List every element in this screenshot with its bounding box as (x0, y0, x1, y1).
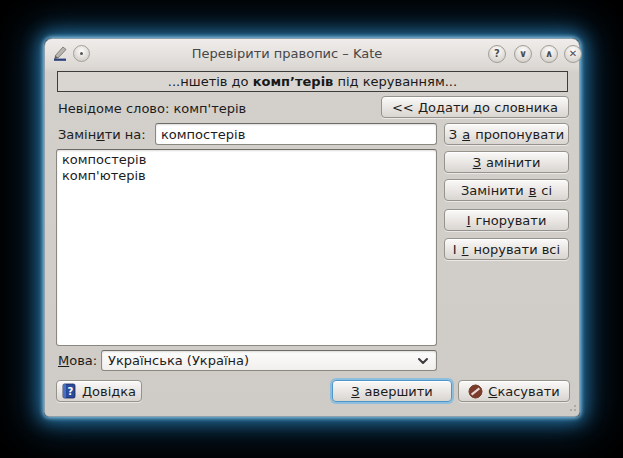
chevron-down-icon: ∨ (519, 49, 527, 59)
list-item[interactable]: компостерів (57, 152, 436, 168)
titlebar: Перевірити правопис – Kate ? ∨ ∧ ✕ (45, 39, 579, 69)
help-icon: ? (494, 49, 500, 59)
svg-text:?: ? (67, 386, 73, 397)
help-book-icon: ? (62, 383, 77, 399)
language-select[interactable]: Українська (Україна) (101, 350, 437, 371)
help-button-label: Довідка (82, 384, 136, 399)
ignore-all-button[interactable]: Ігнорувати всі (444, 238, 569, 260)
replace-with-label: Замінити на: (58, 127, 146, 142)
context-banner: ...ншетів до комп’терів під керуванням..… (57, 71, 568, 92)
language-value: Українська (Україна) (108, 353, 416, 368)
add-to-dictionary-button[interactable]: << Додати до словника (381, 96, 569, 118)
unknown-word-caption: Невідоме слово: (58, 101, 169, 116)
suggestions-list[interactable]: компостерів комп'ютерів (56, 149, 437, 346)
window-title: Перевірити правопис – Kate (105, 46, 469, 61)
resize-grip[interactable] (568, 405, 576, 413)
unknown-word-label: Невідоме слово: комп'терів (58, 101, 246, 116)
pin-button[interactable] (73, 45, 90, 62)
context-after: під керуванням... (333, 74, 457, 89)
chevron-up-icon: ∧ (545, 49, 553, 59)
misspelled-word: комп’терів (253, 74, 334, 89)
unknown-word-value: комп'терів (173, 101, 246, 116)
chevron-down-icon (416, 356, 430, 366)
finish-button[interactable]: Завершити (332, 380, 452, 402)
replacement-input[interactable] (155, 123, 437, 145)
replace-all-button[interactable]: Замінити всі (444, 179, 569, 201)
list-item[interactable]: комп'ютерів (57, 168, 436, 184)
minimize-button[interactable]: ∨ (514, 45, 532, 63)
context-before: ...ншетів до (168, 74, 253, 89)
titlebar-help-button[interactable]: ? (488, 45, 506, 63)
help-button[interactable]: ? Довідка (56, 380, 142, 402)
cancel-button-label: Скасувати (488, 384, 559, 399)
cancel-button[interactable]: Скасувати (458, 380, 570, 402)
language-label: Мова: (58, 353, 97, 368)
ignore-button[interactable]: Ігнорувати (444, 209, 569, 231)
cancel-icon (468, 384, 483, 399)
maximize-button[interactable]: ∧ (540, 45, 558, 63)
spellcheck-dialog: Перевірити правопис – Kate ? ∨ ∧ ✕ ...нш… (44, 38, 580, 417)
spellcheck-pencil-icon (52, 45, 69, 62)
close-button[interactable]: ✕ (564, 45, 582, 63)
replace-button[interactable]: Замінити (444, 151, 569, 173)
suggest-button[interactable]: Запропонувати (444, 123, 569, 145)
close-icon: ✕ (569, 49, 577, 59)
